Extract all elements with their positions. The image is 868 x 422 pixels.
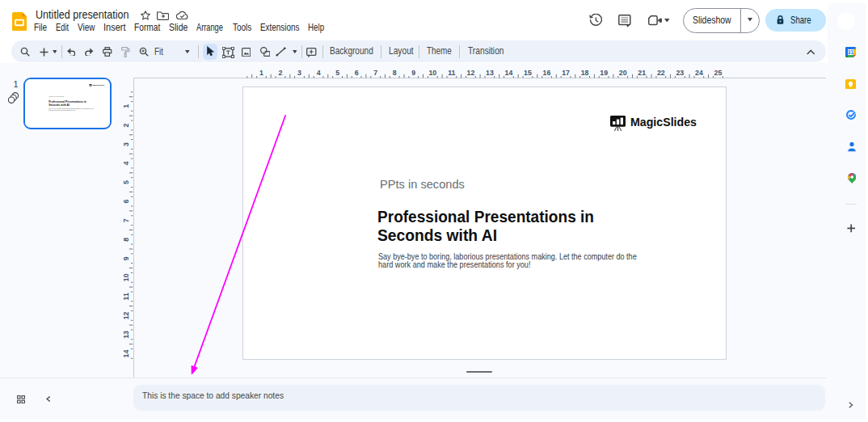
svg-text:7: 7 [122,218,130,222]
svg-text:31: 31 [848,49,854,55]
svg-text:9: 9 [122,256,130,260]
svg-text:8: 8 [122,238,130,242]
svg-text:5: 5 [122,180,130,184]
svg-text:12: 12 [122,311,130,319]
svg-text:10: 10 [122,273,130,281]
svg-text:13: 13 [122,331,130,339]
svg-text:14: 14 [122,350,130,358]
svg-text:6: 6 [122,200,130,204]
svg-text:2: 2 [122,123,130,127]
svg-text:11: 11 [122,293,130,300]
svg-text:4: 4 [122,162,130,166]
svg-text:1: 1 [122,104,130,108]
svg-text:3: 3 [122,142,130,146]
